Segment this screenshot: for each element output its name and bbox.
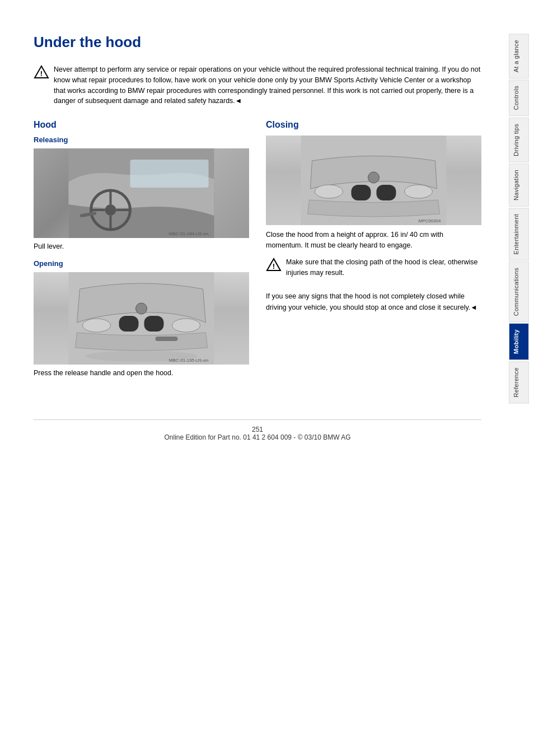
releasing-caption: Pull lever.	[34, 242, 249, 250]
svg-text:!: !	[273, 262, 275, 270]
sidebar-tab-driving-tips[interactable]: Driving tips	[509, 118, 529, 162]
svg-rect-23	[352, 185, 371, 200]
closing-body2: If you see any signs that the hood is no…	[266, 291, 481, 313]
sidebar-tabs: At a glanceControlsDriving tipsNavigatio…	[504, 0, 534, 756]
svg-rect-19	[156, 337, 178, 341]
footer-text: Online Edition for Part no. 01 41 2 604 …	[164, 433, 350, 441]
closing-warning-icon: !	[266, 257, 282, 274]
svg-text:MBC-01-195-US-en: MBC-01-195-US-en	[169, 358, 209, 363]
sidebar-tab-mobility[interactable]: Mobility	[509, 323, 529, 360]
svg-point-26	[315, 185, 343, 198]
sidebar-tab-communications[interactable]: Communications	[509, 262, 529, 322]
svg-point-16	[136, 303, 147, 314]
hood-heading: Hood	[34, 120, 249, 130]
svg-rect-14	[119, 316, 139, 332]
right-column: Closing MPC0	[266, 120, 481, 386]
page-footer: 251 Online Edition for Part no. 01 41 2 …	[34, 419, 481, 441]
opening-caption: Press the release handle and open the ho…	[34, 369, 249, 377]
sidebar-tab-at-a-glance[interactable]: At a glance	[509, 34, 529, 78]
page-title: Under the hood	[34, 34, 481, 51]
closing-image: MPC00204	[266, 136, 481, 225]
left-column: Hood Releasing	[34, 120, 249, 386]
sidebar-tab-entertainment[interactable]: Entertainment	[509, 208, 529, 260]
page-number: 251	[252, 426, 263, 433]
opening-image: MBC-01-195-US-en	[34, 272, 249, 365]
sidebar-tab-controls[interactable]: Controls	[509, 80, 529, 116]
closing-body1: Close the hood from a height of approx. …	[266, 230, 481, 251]
two-column-layout: Hood Releasing	[34, 120, 481, 386]
closing-warning-block: ! Make sure that the closing path of the…	[266, 257, 481, 278]
closing-heading: Closing	[266, 120, 481, 130]
svg-point-5	[105, 204, 116, 216]
opening-heading: Opening	[34, 259, 249, 268]
svg-rect-24	[377, 185, 396, 200]
releasing-image: MBC-01-184-US-en	[34, 148, 249, 238]
svg-point-25	[368, 172, 380, 183]
svg-text:MBC-01-184-US-en: MBC-01-184-US-en	[169, 231, 209, 236]
warning-block: ! Never attempt to perform any service o…	[34, 64, 481, 106]
releasing-heading: Releasing	[34, 136, 249, 144]
svg-point-18	[172, 319, 200, 332]
svg-text:MPC00204: MPC00204	[418, 218, 441, 223]
sidebar-tab-reference[interactable]: Reference	[509, 361, 529, 403]
closing-warning-text: Make sure that the closing path of the h…	[286, 257, 481, 278]
svg-rect-15	[144, 316, 164, 332]
svg-text:!: !	[40, 69, 43, 78]
svg-point-27	[405, 185, 433, 198]
svg-rect-11	[130, 160, 209, 188]
warning-icon: !	[34, 64, 49, 82]
sidebar-tab-navigation[interactable]: Navigation	[509, 164, 529, 207]
warning-text: Never attempt to perform any service or …	[54, 64, 481, 106]
svg-point-17	[83, 319, 111, 332]
main-content: Under the hood ! Never attempt to perfor…	[0, 0, 504, 756]
